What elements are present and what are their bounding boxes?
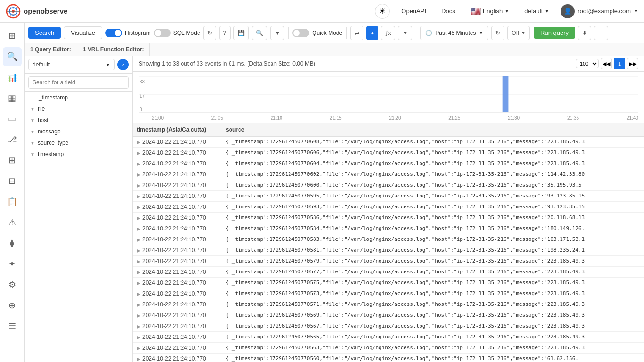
first-page-button[interactable]: ◀◀	[601, 58, 612, 69]
row-expand-icon[interactable]: ▶	[137, 346, 140, 351]
table-row[interactable]: ▶2024-10-22 21:24:10.770 {"_timestamp":1…	[133, 169, 644, 180]
row-expand-icon[interactable]: ▶	[137, 270, 140, 275]
field-item-host[interactable]: ▼ host	[25, 115, 132, 126]
stream-selector[interactable]: default ▼	[28, 59, 115, 70]
per-page-select[interactable]: 100 50 25	[576, 59, 599, 68]
fx-dropdown-button[interactable]: ▼	[398, 26, 412, 40]
nav-dashboards[interactable]: ▦	[3, 89, 22, 107]
table-row[interactable]: ▶2024-10-22 21:24:10.770 {"_timestamp":1…	[133, 136, 644, 148]
svg-rect-7	[503, 76, 509, 112]
nav-list[interactable]: ☰	[3, 317, 22, 336]
table-row[interactable]: ▶2024-10-22 21:24:10.770 {"_timestamp":1…	[133, 256, 644, 267]
row-expand-icon[interactable]: ▶	[137, 205, 140, 210]
nav-table[interactable]: ⊟	[3, 172, 22, 190]
table-row[interactable]: ▶2024-10-22 21:24:10.770 {"_timestamp":1…	[133, 288, 644, 299]
nav-grid[interactable]: ⊞	[3, 151, 22, 170]
row-expand-icon[interactable]: ▶	[137, 215, 140, 221]
row-expand-icon[interactable]: ▶	[137, 237, 140, 242]
field-search-input[interactable]	[28, 76, 129, 89]
refresh-interval-button[interactable]: ↻	[491, 26, 504, 40]
table-row[interactable]: ▶2024-10-22 21:24:10.770 {"_timestamp":1…	[133, 245, 644, 256]
run-query-button[interactable]: Run query	[534, 27, 575, 39]
off-toggle[interactable]: Off ▼	[507, 26, 530, 40]
nav-settings[interactable]: ⚙	[3, 275, 22, 294]
row-expand-icon[interactable]: ▶	[137, 324, 140, 329]
nav-search[interactable]: 🔍	[3, 47, 22, 66]
org-selector[interactable]: default ▼	[520, 6, 553, 16]
table-row[interactable]: ▶2024-10-22 21:24:10.770 {"_timestamp":1…	[133, 180, 644, 191]
field-item-timestamp[interactable]: _timestamp	[25, 92, 132, 103]
row-expand-icon[interactable]: ▶	[137, 291, 140, 296]
table-row[interactable]: ▶2024-10-22 21:24:10.770 {"_timestamp":1…	[133, 223, 644, 234]
nav-charts[interactable]: 📊	[3, 68, 22, 87]
row-expand-icon[interactable]: ▶	[137, 248, 140, 253]
table-row[interactable]: ▶2024-10-22 21:24:10.770 {"_timestamp":1…	[133, 234, 644, 245]
row-expand-icon[interactable]: ▶	[137, 335, 140, 340]
refresh-button[interactable]: ↻	[203, 26, 216, 40]
table-row[interactable]: ▶2024-10-22 21:24:10.770 {"_timestamp":1…	[133, 191, 644, 202]
nav-alerts[interactable]: ⚠	[3, 213, 22, 232]
row-expand-icon[interactable]: ▶	[137, 140, 140, 145]
nav-home[interactable]: ⊞	[3, 26, 22, 45]
search-button[interactable]: Search	[28, 27, 61, 39]
row-expand-icon[interactable]: ▶	[137, 194, 140, 199]
row-expand-icon[interactable]: ▶	[137, 280, 140, 286]
table-row[interactable]: ▶2024-10-22 21:24:10.770 {"_timestamp":1…	[133, 267, 644, 278]
save-button[interactable]: 💾	[233, 26, 249, 40]
table-row[interactable]: ▶2024-10-22 21:24:10.770 {"_timestamp":1…	[133, 343, 644, 354]
row-expand-icon[interactable]: ▶	[137, 313, 140, 318]
table-row[interactable]: ▶2024-10-22 21:24:10.770 {"_timestamp":1…	[133, 299, 644, 310]
language-selector[interactable]: 🇺🇸 English ▼	[467, 4, 513, 18]
time-range-picker[interactable]: 🕐 Past 45 Minutes ▼	[420, 26, 488, 40]
help-button[interactable]: ?	[219, 26, 231, 40]
table-row[interactable]: ▶2024-10-22 21:24:10.770 {"_timestamp":1…	[133, 321, 644, 332]
cell-timestamp: ▶2024-10-22 21:24:10.770	[133, 332, 222, 343]
sql-mode-toggle[interactable]	[154, 29, 171, 37]
row-expand-icon[interactable]: ▶	[137, 226, 140, 231]
docs-link[interactable]: Docs	[438, 6, 459, 16]
row-expand-icon[interactable]: ▶	[137, 356, 140, 362]
row-expand-icon[interactable]: ▶	[137, 161, 140, 166]
toolbar: Search Visualize Histogram SQL Mode ↻ ? …	[25, 23, 644, 43]
theme-toggle[interactable]: ☀	[375, 4, 390, 19]
visualize-button[interactable]: Visualize	[64, 26, 102, 39]
nav-reports[interactable]: 📋	[3, 192, 22, 211]
row-expand-icon[interactable]: ▶	[137, 150, 140, 156]
table-row[interactable]: ▶2024-10-22 21:24:10.770 {"_timestamp":1…	[133, 148, 644, 158]
nav-filter[interactable]: ⧫	[3, 234, 22, 253]
table-row[interactable]: ▶2024-10-22 21:24:10.770 {"_timestamp":1…	[133, 310, 644, 321]
openapi-link[interactable]: OpenAPI	[397, 6, 430, 16]
last-page-button[interactable]: ▶▶	[627, 58, 638, 69]
cell-timestamp: ▶2024-10-22 21:24:10.770	[133, 191, 222, 202]
nav-monitor[interactable]: ▭	[3, 109, 22, 128]
table-row[interactable]: ▶2024-10-22 21:24:10.770 {"_timestamp":1…	[133, 202, 644, 213]
field-item-timestamp2[interactable]: ▼ timestamp	[25, 148, 132, 160]
collapse-sidebar-button[interactable]: ‹	[117, 59, 129, 70]
table-row[interactable]: ▶2024-10-22 21:24:10.770 {"_timestamp":1…	[133, 354, 644, 362]
user-menu[interactable]: 👤 root@example.com ▼	[561, 4, 638, 18]
row-expand-icon[interactable]: ▶	[137, 172, 140, 177]
table-row[interactable]: ▶2024-10-22 21:24:10.770 {"_timestamp":1…	[133, 278, 644, 288]
share-button[interactable]: ⋯	[594, 26, 608, 40]
histogram-toggle[interactable]	[105, 29, 122, 37]
field-item-message[interactable]: ▼ message	[25, 126, 132, 137]
toggle-button2[interactable]: ●	[366, 26, 378, 40]
download-button[interactable]: ⬇	[578, 26, 591, 40]
nav-share[interactable]: ⎇	[3, 130, 22, 149]
row-expand-icon[interactable]: ▶	[137, 259, 140, 264]
quick-mode-toggle[interactable]	[292, 29, 309, 37]
table-row[interactable]: ▶2024-10-22 21:24:10.770 {"_timestamp":1…	[133, 332, 644, 343]
row-expand-icon[interactable]: ▶	[137, 302, 140, 307]
app-logo[interactable]: openobserve	[6, 4, 67, 19]
search-tool-button[interactable]: 🔍	[252, 26, 267, 40]
nav-pipeline[interactable]: ✦	[3, 255, 22, 273]
row-expand-icon[interactable]: ▶	[137, 183, 140, 188]
fx-button[interactable]: ⨍x	[381, 26, 395, 40]
table-row[interactable]: ▶2024-10-22 21:24:10.770 {"_timestamp":1…	[133, 158, 644, 169]
table-row[interactable]: ▶2024-10-22 21:24:10.770 {"_timestamp":1…	[133, 213, 644, 223]
mode-toggle-button[interactable]: ⇌	[350, 26, 363, 40]
dropdown-button[interactable]: ▼	[270, 26, 284, 40]
field-item-source-type[interactable]: ▼ source_type	[25, 137, 132, 148]
nav-plugins[interactable]: ⊕	[3, 296, 22, 315]
field-item-file[interactable]: ▼ file	[25, 103, 132, 115]
